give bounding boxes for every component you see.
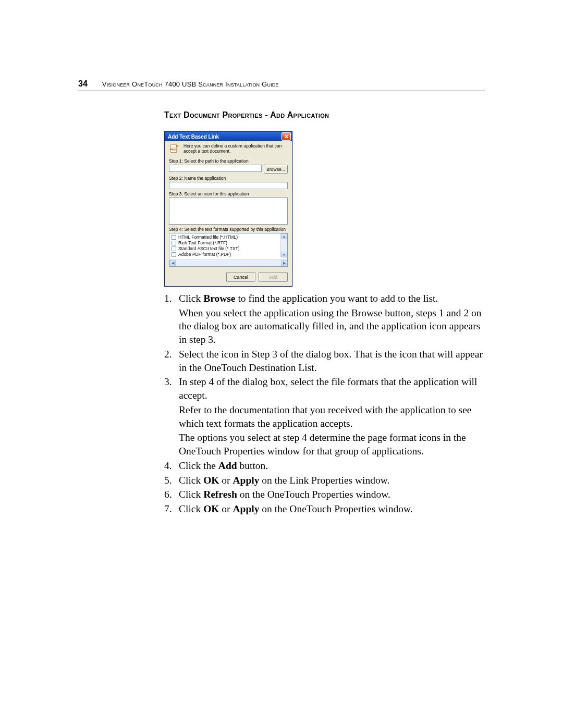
checkbox-icon[interactable] bbox=[172, 252, 176, 257]
header-rule bbox=[78, 91, 485, 91]
instruction-item-3: In step 4 of the dialog box, select the … bbox=[164, 375, 485, 458]
add-button[interactable]: Add bbox=[259, 272, 288, 282]
instruction-item-5: Click OK or Apply on the Link Properties… bbox=[164, 474, 485, 487]
header-text: Visioneer OneTouch 7400 USB Scanner Inst… bbox=[102, 80, 279, 88]
checkbox-icon[interactable] bbox=[172, 246, 176, 251]
format-list: HTML Formatted file (*.HTML) Rich Text F… bbox=[169, 233, 288, 267]
dialog-intro: Here you can define a custom application… bbox=[169, 144, 288, 155]
application-path-input[interactable] bbox=[169, 165, 262, 172]
format-label: Standard ASCII text file (*.TXT) bbox=[178, 246, 240, 252]
step4-label: Step 4: Select the text formats supporte… bbox=[169, 227, 288, 232]
dialog-button-row: Cancel Add bbox=[169, 272, 288, 282]
scroll-right-icon[interactable]: ▶ bbox=[281, 260, 287, 266]
step2-label: Step 2: Name the application bbox=[169, 176, 288, 181]
instruction-list: Click Browse to find the application you… bbox=[164, 292, 485, 516]
scroll-down-icon[interactable]: ▼ bbox=[281, 252, 287, 257]
dialog-title-text: Add Text Based Link bbox=[168, 134, 219, 140]
step-extra: Refer to the documentation that you rece… bbox=[179, 403, 485, 430]
format-label: Rich Text Format (*.RTF) bbox=[178, 240, 227, 246]
step-text: Click Refresh on the OneTouch Properties… bbox=[179, 489, 390, 500]
format-item-pdf[interactable]: Adobe PDF format (*.PDF) bbox=[172, 252, 280, 257]
dialog-body: Here you can define a custom application… bbox=[165, 141, 292, 286]
document-icon bbox=[169, 144, 180, 155]
instructions: Click Browse to find the application you… bbox=[164, 292, 485, 517]
format-item-txt[interactable]: Standard ASCII text file (*.TXT) bbox=[172, 246, 280, 252]
step-text: Select the icon in Step 3 of the dialog … bbox=[179, 349, 483, 373]
horizontal-scrollbar[interactable]: ◀ ▶ bbox=[169, 260, 287, 266]
instruction-item-6: Click Refresh on the OneTouch Properties… bbox=[164, 488, 485, 501]
application-name-input[interactable] bbox=[169, 182, 288, 189]
instruction-item-4: Click the Add button. bbox=[164, 459, 485, 473]
close-icon[interactable]: ✕ bbox=[282, 132, 291, 141]
dialog-titlebar: Add Text Based Link ✕ bbox=[165, 132, 292, 141]
page-header: 34 Visioneer OneTouch 7400 USB Scanner I… bbox=[78, 79, 485, 89]
document-page: 34 Visioneer OneTouch 7400 USB Scanner I… bbox=[0, 0, 563, 728]
step-text: Click Browse to find the application you… bbox=[179, 293, 438, 304]
step-extra: When you select the application using th… bbox=[179, 306, 485, 347]
format-item-html[interactable]: HTML Formatted file (*.HTML) bbox=[172, 235, 280, 240]
format-label: Adobe PDF format (*.PDF) bbox=[178, 252, 231, 257]
checkbox-icon[interactable] bbox=[172, 241, 176, 245]
section-title: Text Document Properties - Add Applicati… bbox=[164, 110, 329, 120]
icon-selection-box[interactable] bbox=[169, 198, 288, 225]
browse-button[interactable]: Browse... bbox=[264, 165, 288, 174]
dialog-intro-text: Here you can define a custom application… bbox=[183, 144, 288, 154]
step1-label: Step 1: Select the path to the applicati… bbox=[169, 158, 288, 164]
format-item-rtf[interactable]: Rich Text Format (*.RTF) bbox=[172, 240, 280, 246]
step3-label: Step 3: Select an icon for this applicat… bbox=[169, 191, 288, 196]
instruction-item-1: Click Browse to find the application you… bbox=[164, 292, 485, 347]
instruction-item-7: Click OK or Apply on the OneTouch Proper… bbox=[164, 502, 485, 516]
path-row: Browse... bbox=[169, 165, 288, 174]
step-text: Click OK or Apply on the Link Properties… bbox=[179, 475, 389, 486]
step-text: Click the Add button. bbox=[179, 460, 268, 471]
checkbox-icon[interactable] bbox=[172, 235, 176, 240]
instruction-item-2: Select the icon in Step 3 of the dialog … bbox=[164, 348, 485, 374]
cancel-button[interactable]: Cancel bbox=[226, 272, 255, 282]
step-text: Click OK or Apply on the OneTouch Proper… bbox=[179, 503, 413, 514]
vertical-scrollbar[interactable]: ▲ ▼ bbox=[280, 233, 287, 257]
add-text-link-dialog: Add Text Based Link ✕ Here you can defin… bbox=[164, 131, 292, 287]
page-number: 34 bbox=[78, 79, 88, 89]
step-text: In step 4 of the dialog box, select the … bbox=[179, 376, 477, 401]
step-extra: The options you select at step 4 determi… bbox=[179, 431, 485, 458]
scroll-left-icon[interactable]: ◀ bbox=[169, 260, 176, 266]
format-label: HTML Formatted file (*.HTML) bbox=[178, 235, 238, 240]
scroll-up-icon[interactable]: ▲ bbox=[281, 233, 287, 239]
